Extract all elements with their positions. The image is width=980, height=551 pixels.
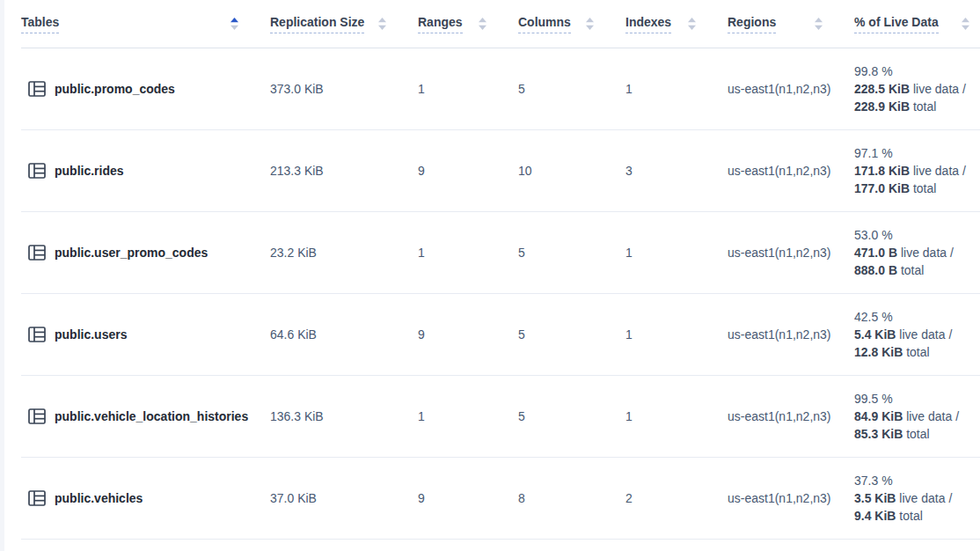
table-row[interactable]: public.users 64.6 KiB 9 5 1 us-east1(n1,…	[21, 294, 980, 376]
table-name-link[interactable]: public.vehicles	[55, 491, 143, 505]
indexes-cell: 1	[625, 82, 728, 96]
table-name-cell: public.vehicle_location_histories	[21, 408, 270, 424]
column-header-label: Replication Size	[270, 15, 364, 33]
table-icon	[28, 408, 46, 424]
indexes-cell: 1	[625, 246, 728, 260]
live-data-percent: 37.3 %	[854, 472, 980, 489]
table-body: public.promo_codes 373.0 KiB 1 5 1 us-ea…	[21, 48, 980, 540]
live-data-percent: 53.0 %	[854, 226, 980, 244]
column-header-label: Indexes	[625, 15, 671, 33]
database-tables-grid: Tables Replication Size Ranges Columns I…	[21, 0, 980, 540]
table-row[interactable]: public.rides 213.3 KiB 9 10 3 us-east1(n…	[21, 130, 980, 212]
table-icon	[28, 245, 46, 261]
ranges-cell: 9	[418, 327, 518, 342]
table-row[interactable]: public.promo_codes 373.0 KiB 1 5 1 us-ea…	[21, 48, 980, 130]
live-data-percent: 99.8 %	[854, 62, 980, 80]
table-row[interactable]: public.user_promo_codes 23.2 KiB 1 5 1 u…	[21, 212, 980, 294]
indexes-cell: 1	[625, 409, 728, 423]
regions-cell: us-east1(n1,n2,n3)	[728, 491, 854, 505]
sort-icon	[586, 18, 594, 30]
table-name-cell: public.user_promo_codes	[21, 245, 270, 261]
replication-size-cell: 23.2 KiB	[270, 246, 418, 260]
ranges-cell: 1	[418, 246, 518, 260]
live-data-size: 3.5 KiB live data /	[854, 489, 980, 507]
column-header-label: Ranges	[418, 15, 463, 33]
live-data-percent: 97.1 %	[854, 144, 980, 162]
indexes-cell: 2	[625, 491, 728, 505]
column-header-indexes[interactable]: Indexes	[625, 15, 728, 33]
columns-cell: 10	[518, 164, 625, 178]
column-header-label: Tables	[21, 15, 59, 33]
total-size: 85.3 KiB total	[854, 425, 980, 443]
column-header-label: Columns	[518, 15, 571, 33]
sort-icon	[962, 18, 969, 30]
ranges-cell: 1	[418, 409, 518, 423]
total-size: 12.8 KiB total	[854, 343, 980, 361]
live-data-cell: 53.0 % 471.0 B live data / 888.0 B total	[854, 226, 980, 279]
column-header-label: Regions	[728, 15, 776, 33]
replication-size-cell: 213.3 KiB	[270, 164, 418, 178]
column-header-columns[interactable]: Columns	[518, 15, 625, 33]
table-name-cell: public.rides	[21, 163, 270, 179]
total-size: 228.9 KiB total	[854, 98, 980, 115]
table-name-link[interactable]: public.promo_codes	[55, 82, 175, 96]
column-header-live-data[interactable]: % of Live Data	[854, 15, 980, 33]
table-row[interactable]: public.vehicles 37.0 KiB 9 8 2 us-east1(…	[21, 458, 980, 540]
column-header-regions[interactable]: Regions	[728, 15, 854, 33]
table-name-link[interactable]: public.rides	[55, 164, 124, 178]
regions-cell: us-east1(n1,n2,n3)	[728, 409, 854, 423]
live-data-size: 471.0 B live data /	[854, 244, 980, 261]
columns-cell: 5	[518, 409, 625, 423]
live-data-cell: 97.1 % 171.8 KiB live data / 177.0 KiB t…	[854, 144, 980, 197]
live-data-cell: 37.3 % 3.5 KiB live data / 9.4 KiB total	[854, 472, 980, 525]
columns-cell: 5	[518, 246, 625, 260]
sort-icon	[815, 18, 823, 30]
table-name-link[interactable]: public.users	[55, 327, 127, 342]
table-name-cell: public.promo_codes	[21, 81, 270, 97]
live-data-percent: 99.5 %	[854, 390, 980, 408]
live-data-cell: 42.5 % 5.4 KiB live data / 12.8 KiB tota…	[854, 308, 980, 361]
replication-size-cell: 37.0 KiB	[270, 491, 418, 505]
live-data-size: 84.9 KiB live data /	[854, 408, 980, 425]
table-icon	[28, 490, 46, 506]
column-header-ranges[interactable]: Ranges	[418, 15, 518, 33]
indexes-cell: 3	[625, 164, 728, 178]
regions-cell: us-east1(n1,n2,n3)	[728, 327, 854, 342]
column-header-label: % of Live Data	[854, 15, 939, 33]
columns-cell: 5	[518, 327, 625, 342]
column-header-tables[interactable]: Tables	[21, 15, 270, 33]
table-name-cell: public.vehicles	[21, 490, 270, 506]
ranges-cell: 1	[418, 82, 518, 96]
table-name-link[interactable]: public.user_promo_codes	[55, 246, 208, 260]
live-data-size: 228.5 KiB live data /	[854, 80, 980, 98]
live-data-cell: 99.5 % 84.9 KiB live data / 85.3 KiB tot…	[854, 390, 980, 443]
indexes-cell: 1	[625, 327, 728, 342]
sort-icon	[688, 18, 696, 30]
table-name-cell: public.users	[21, 327, 270, 342]
total-size: 177.0 KiB total	[854, 180, 980, 197]
regions-cell: us-east1(n1,n2,n3)	[728, 246, 854, 260]
page-left-gutter	[0, 0, 4, 551]
table-icon	[28, 81, 46, 97]
sort-icon	[479, 18, 486, 30]
total-size: 888.0 B total	[854, 261, 980, 279]
table-row[interactable]: public.vehicle_location_histories 136.3 …	[21, 376, 980, 458]
live-data-size: 5.4 KiB live data /	[854, 326, 980, 343]
sort-icon	[230, 18, 238, 30]
replication-size-cell: 64.6 KiB	[270, 327, 418, 342]
table-icon	[28, 327, 46, 342]
live-data-percent: 42.5 %	[854, 308, 980, 326]
replication-size-cell: 136.3 KiB	[270, 409, 418, 423]
regions-cell: us-east1(n1,n2,n3)	[728, 164, 854, 178]
column-header-replication-size[interactable]: Replication Size	[270, 15, 418, 33]
live-data-cell: 99.8 % 228.5 KiB live data / 228.9 KiB t…	[854, 62, 980, 115]
live-data-size: 171.8 KiB live data /	[854, 162, 980, 180]
columns-cell: 5	[518, 82, 625, 96]
total-size: 9.4 KiB total	[854, 507, 980, 525]
ranges-cell: 9	[418, 491, 518, 505]
table-name-link[interactable]: public.vehicle_location_histories	[55, 409, 248, 423]
replication-size-cell: 373.0 KiB	[270, 82, 418, 96]
regions-cell: us-east1(n1,n2,n3)	[728, 82, 854, 96]
sort-icon	[378, 18, 386, 30]
table-icon	[28, 163, 46, 179]
